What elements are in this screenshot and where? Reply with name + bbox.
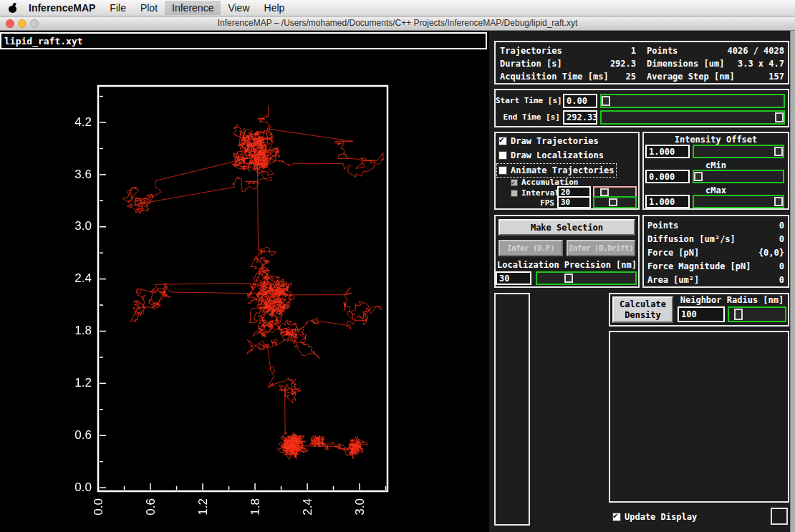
menu-file[interactable]: File	[102, 1, 133, 15]
update-display-option[interactable]: Update Display	[612, 512, 697, 522]
viewer-area: lipid_raft.xyt	[0, 31, 489, 532]
menu-help[interactable]: Help	[257, 1, 292, 15]
stat-row: Force [pN]{0,0}	[647, 246, 784, 259]
stat-value: 0	[779, 234, 784, 244]
start-time-input[interactable]: 0.00	[563, 94, 597, 108]
draw-localizations-label: Draw Localizations	[511, 150, 604, 160]
infer-ddrift-button[interactable]: Infer (D,Drift)	[567, 240, 635, 256]
cmax-input[interactable]: 1.000	[645, 195, 690, 208]
info-label: Average Step [nm]	[647, 72, 735, 82]
intensity-offset-input[interactable]: 1.000	[645, 145, 690, 158]
info-value: 157	[768, 72, 784, 82]
stat-label: Area [um²]	[647, 275, 699, 285]
stat-row: Points0	[647, 218, 784, 232]
start-time-label: Start Time [s]	[496, 96, 560, 105]
calculate-density-line1: Calculate	[620, 299, 666, 310]
draw-localizations-checkbox[interactable]	[498, 151, 507, 160]
fps-slider[interactable]	[593, 196, 637, 208]
start-time-slider[interactable]	[600, 94, 785, 108]
draw-localizations-option[interactable]: Draw Localizations	[498, 150, 604, 160]
animate-trajectories-label: Animate Trajectories	[511, 165, 615, 175]
inferencemap-window: InferenceMAP File Plot Inference View He…	[0, 0, 795, 532]
colorbar-panel	[494, 293, 530, 526]
calculate-density-line2: Density	[625, 310, 661, 321]
intensity-offset-slider[interactable]	[693, 145, 784, 158]
density-display-panel	[609, 331, 789, 503]
draw-trajectories-checkbox[interactable]	[498, 137, 507, 145]
cmax-slider[interactable]	[693, 195, 784, 208]
end-time-label: End Time [s]	[496, 112, 560, 122]
stat-label: Points	[647, 221, 678, 231]
draw-options-panel: Draw Trajectories Draw Localizations Ani…	[494, 132, 640, 210]
cmin-label: cMin	[644, 160, 788, 170]
menu-inference[interactable]: Inference	[165, 1, 221, 15]
animate-trajectories-checkbox[interactable]	[498, 166, 507, 175]
fps-label: FPS	[523, 198, 554, 208]
interval-option[interactable]: Interval	[511, 188, 559, 198]
dataset-info-panel: Trajectories1 Duration [s]292.3 Acquisit…	[494, 41, 789, 84]
info-label: Points	[647, 46, 678, 56]
interval-label: Interval	[521, 188, 559, 198]
neighbor-radius-label: Neighbor Radius [nm]	[678, 295, 786, 305]
tab-lipid-raft[interactable]: lipid_raft.xyt	[0, 32, 487, 49]
neighbor-radius-slider[interactable]	[728, 306, 786, 322]
window-title: InferenceMAP – /Users/mohamed/Documents/…	[0, 18, 795, 28]
draw-trajectories-label: Draw Trajectories	[511, 136, 599, 146]
apple-menu-icon[interactable]	[9, 4, 17, 13]
stat-row: Diffusion [um²/s]0	[647, 232, 784, 246]
accumulation-checkbox[interactable]	[511, 179, 518, 186]
info-row: Acquisition Time [ms]25	[500, 70, 636, 83]
loc-precision-label: Localization Precision [nm]	[496, 260, 638, 270]
menu-view[interactable]: View	[221, 1, 256, 15]
cmin-input[interactable]: 0.000	[645, 170, 690, 183]
loc-precision-input[interactable]: 30	[496, 271, 531, 285]
info-row: Dimensions [um]3.3 x 4.7	[647, 57, 784, 70]
stat-value: 0	[779, 261, 784, 271]
loc-precision-slider[interactable]	[536, 271, 637, 285]
animate-trajectories-option[interactable]: Animate Trajectories	[498, 165, 615, 175]
info-label: Trajectories	[500, 46, 562, 56]
inferred-stats-panel: Points0 Diffusion [um²/s]0 Force [pN]{0,…	[642, 215, 789, 288]
stat-label: Force [pN]	[647, 248, 699, 258]
end-time-slider[interactable]	[600, 110, 785, 125]
info-left-column: Trajectories1 Duration [s]292.3 Acquisit…	[500, 44, 636, 83]
neighbor-radius-input[interactable]: 100	[678, 306, 725, 322]
info-row: Points4026 / 4028	[647, 44, 784, 57]
info-value: 25	[626, 72, 636, 82]
tab-label: lipid_raft.xyt	[1, 36, 83, 47]
stat-value: 0	[779, 275, 784, 285]
update-display-label: Update Display	[625, 512, 697, 522]
stat-row: Area [um²]0	[647, 273, 784, 286]
info-row: Average Step [nm]157	[647, 70, 784, 83]
draw-trajectories-option[interactable]: Draw Trajectories	[498, 136, 599, 146]
trajectory-plot-canvas[interactable]	[0, 49, 489, 532]
menu-app-name[interactable]: InferenceMAP	[21, 1, 102, 15]
interval-checkbox[interactable]	[511, 190, 518, 197]
cmax-label: cMax	[644, 185, 788, 195]
scrollbar-strip[interactable]	[790, 31, 795, 532]
info-value: 3.3 x 4.7	[738, 59, 784, 69]
resize-corner-box[interactable]	[771, 508, 788, 525]
info-value: 4026 / 4028	[728, 46, 784, 56]
update-display-checkbox[interactable]	[612, 513, 621, 521]
cmin-slider[interactable]	[693, 170, 784, 183]
info-label: Dimensions [um]	[647, 59, 724, 69]
infer-df-button[interactable]: Infer (D,F)	[498, 240, 563, 256]
fps-input[interactable]: 30	[557, 196, 591, 208]
calculate-density-button[interactable]: Calculate Density	[612, 296, 673, 323]
menu-plot[interactable]: Plot	[133, 1, 165, 15]
info-right-column: Points4026 / 4028 Dimensions [um]3.3 x 4…	[647, 44, 784, 83]
time-range-panel: Start Time [s] 0.00 End Time [s] 292.33	[494, 89, 789, 127]
stat-label: Diffusion [um²/s]	[647, 234, 736, 244]
window-title-bar[interactable]: InferenceMAP – /Users/mohamed/Documents/…	[0, 16, 795, 31]
macos-menu-bar: InferenceMAP File Plot Inference View He…	[0, 0, 795, 16]
end-time-input[interactable]: 292.33	[563, 110, 597, 125]
info-label: Acquisition Time [ms]	[500, 72, 609, 82]
stat-value: {0,0}	[758, 248, 784, 258]
density-panel: Calculate Density Neighbor Radius [nm] 1…	[609, 293, 789, 327]
intensity-offset-label: Intensity Offset	[644, 135, 788, 145]
info-label: Duration [s]	[500, 59, 562, 69]
stat-row: Force Magnitude [pN]0	[647, 259, 784, 273]
make-selection-button[interactable]: Make Selection	[498, 219, 635, 236]
stat-value: 0	[779, 221, 784, 231]
